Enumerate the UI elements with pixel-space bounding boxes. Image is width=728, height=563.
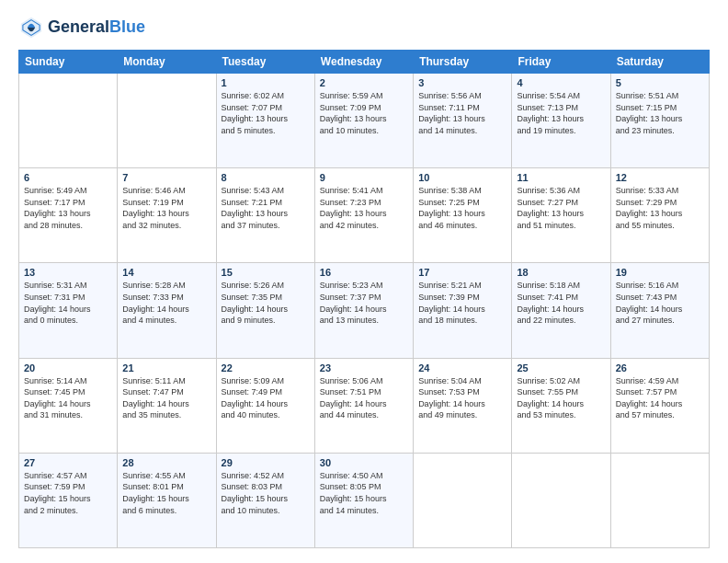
day-info: Sunrise: 5:23 AM Sunset: 7:37 PM Dayligh… bbox=[320, 280, 408, 326]
day-cell bbox=[118, 74, 216, 168]
day-info: Sunrise: 5:38 AM Sunset: 7:25 PM Dayligh… bbox=[418, 185, 506, 231]
week-row-3: 13Sunrise: 5:31 AM Sunset: 7:31 PM Dayli… bbox=[19, 263, 710, 358]
day-number: 30 bbox=[320, 457, 408, 468]
day-info: Sunrise: 5:18 AM Sunset: 7:41 PM Dayligh… bbox=[517, 280, 605, 326]
week-row-5: 27Sunrise: 4:57 AM Sunset: 7:59 PM Dayli… bbox=[19, 453, 710, 547]
day-number: 23 bbox=[320, 362, 408, 373]
day-cell: 27Sunrise: 4:57 AM Sunset: 7:59 PM Dayli… bbox=[19, 453, 118, 547]
day-info: Sunrise: 5:26 AM Sunset: 7:35 PM Dayligh… bbox=[222, 280, 310, 326]
week-row-2: 6Sunrise: 5:49 AM Sunset: 7:17 PM Daylig… bbox=[19, 168, 710, 263]
day-cell: 9Sunrise: 5:41 AM Sunset: 7:23 PM Daylig… bbox=[314, 168, 413, 263]
day-info: Sunrise: 4:57 AM Sunset: 7:59 PM Dayligh… bbox=[24, 470, 112, 516]
day-number: 12 bbox=[616, 172, 704, 183]
day-info: Sunrise: 5:31 AM Sunset: 7:31 PM Dayligh… bbox=[24, 280, 112, 326]
day-number: 5 bbox=[616, 77, 704, 88]
day-cell: 23Sunrise: 5:06 AM Sunset: 7:51 PM Dayli… bbox=[314, 358, 413, 453]
day-cell: 21Sunrise: 5:11 AM Sunset: 7:47 PM Dayli… bbox=[118, 358, 216, 453]
day-cell: 28Sunrise: 4:55 AM Sunset: 8:01 PM Dayli… bbox=[118, 453, 216, 547]
day-info: Sunrise: 5:54 AM Sunset: 7:13 PM Dayligh… bbox=[517, 90, 605, 136]
header: GeneralBlue bbox=[18, 15, 710, 40]
weekday-header-sunday: Sunday bbox=[19, 51, 118, 74]
weekday-header-friday: Friday bbox=[512, 51, 610, 74]
day-info: Sunrise: 5:46 AM Sunset: 7:19 PM Dayligh… bbox=[122, 185, 210, 231]
day-info: Sunrise: 5:02 AM Sunset: 7:55 PM Dayligh… bbox=[517, 375, 605, 421]
weekday-header-saturday: Saturday bbox=[610, 51, 709, 74]
day-number: 14 bbox=[122, 267, 210, 278]
day-info: Sunrise: 5:04 AM Sunset: 7:53 PM Dayligh… bbox=[418, 375, 506, 421]
day-cell: 25Sunrise: 5:02 AM Sunset: 7:55 PM Dayli… bbox=[512, 358, 610, 453]
day-number: 9 bbox=[320, 172, 408, 183]
day-info: Sunrise: 5:59 AM Sunset: 7:09 PM Dayligh… bbox=[320, 90, 408, 136]
weekday-header-wednesday: Wednesday bbox=[314, 51, 413, 74]
day-number: 2 bbox=[320, 77, 408, 88]
day-cell: 29Sunrise: 4:52 AM Sunset: 8:03 PM Dayli… bbox=[216, 453, 314, 547]
day-cell: 20Sunrise: 5:14 AM Sunset: 7:45 PM Dayli… bbox=[19, 358, 118, 453]
day-info: Sunrise: 5:36 AM Sunset: 7:27 PM Dayligh… bbox=[517, 185, 605, 231]
weekday-header-thursday: Thursday bbox=[414, 51, 512, 74]
weekday-header-tuesday: Tuesday bbox=[216, 51, 314, 74]
week-row-1: 1Sunrise: 6:02 AM Sunset: 7:07 PM Daylig… bbox=[19, 74, 710, 168]
day-info: Sunrise: 5:06 AM Sunset: 7:51 PM Dayligh… bbox=[320, 375, 408, 421]
day-number: 1 bbox=[222, 77, 310, 88]
day-number: 20 bbox=[24, 362, 112, 373]
day-info: Sunrise: 4:52 AM Sunset: 8:03 PM Dayligh… bbox=[222, 470, 310, 516]
day-number: 27 bbox=[24, 457, 112, 468]
day-number: 13 bbox=[24, 267, 112, 278]
day-info: Sunrise: 4:59 AM Sunset: 7:57 PM Dayligh… bbox=[616, 375, 704, 421]
day-info: Sunrise: 5:49 AM Sunset: 7:17 PM Dayligh… bbox=[24, 185, 112, 231]
day-number: 4 bbox=[517, 77, 605, 88]
day-cell: 10Sunrise: 5:38 AM Sunset: 7:25 PM Dayli… bbox=[414, 168, 512, 263]
day-cell: 8Sunrise: 5:43 AM Sunset: 7:21 PM Daylig… bbox=[216, 168, 314, 263]
day-info: Sunrise: 5:14 AM Sunset: 7:45 PM Dayligh… bbox=[24, 375, 112, 421]
day-info: Sunrise: 5:51 AM Sunset: 7:15 PM Dayligh… bbox=[616, 90, 704, 136]
day-number: 24 bbox=[418, 362, 506, 373]
day-cell: 22Sunrise: 5:09 AM Sunset: 7:49 PM Dayli… bbox=[216, 358, 314, 453]
day-cell: 17Sunrise: 5:21 AM Sunset: 7:39 PM Dayli… bbox=[414, 263, 512, 358]
page: GeneralBlue SundayMondayTuesdayWednesday… bbox=[0, 0, 728, 563]
day-cell: 4Sunrise: 5:54 AM Sunset: 7:13 PM Daylig… bbox=[512, 74, 610, 168]
day-info: Sunrise: 6:02 AM Sunset: 7:07 PM Dayligh… bbox=[222, 90, 310, 136]
day-cell: 13Sunrise: 5:31 AM Sunset: 7:31 PM Dayli… bbox=[19, 263, 118, 358]
day-info: Sunrise: 5:33 AM Sunset: 7:29 PM Dayligh… bbox=[616, 185, 704, 231]
day-cell: 7Sunrise: 5:46 AM Sunset: 7:19 PM Daylig… bbox=[118, 168, 216, 263]
day-cell: 18Sunrise: 5:18 AM Sunset: 7:41 PM Dayli… bbox=[512, 263, 610, 358]
day-cell: 5Sunrise: 5:51 AM Sunset: 7:15 PM Daylig… bbox=[610, 74, 709, 168]
day-info: Sunrise: 5:56 AM Sunset: 7:11 PM Dayligh… bbox=[418, 90, 506, 136]
weekday-header-monday: Monday bbox=[118, 51, 216, 74]
day-cell: 14Sunrise: 5:28 AM Sunset: 7:33 PM Dayli… bbox=[118, 263, 216, 358]
day-info: Sunrise: 5:09 AM Sunset: 7:49 PM Dayligh… bbox=[222, 375, 310, 421]
day-info: Sunrise: 5:41 AM Sunset: 7:23 PM Dayligh… bbox=[320, 185, 408, 231]
day-number: 25 bbox=[517, 362, 605, 373]
day-info: Sunrise: 5:16 AM Sunset: 7:43 PM Dayligh… bbox=[616, 280, 704, 326]
day-cell: 12Sunrise: 5:33 AM Sunset: 7:29 PM Dayli… bbox=[610, 168, 709, 263]
day-info: Sunrise: 5:11 AM Sunset: 7:47 PM Dayligh… bbox=[122, 375, 210, 421]
logo-icon bbox=[18, 15, 44, 40]
day-number: 3 bbox=[418, 77, 506, 88]
day-cell: 16Sunrise: 5:23 AM Sunset: 7:37 PM Dayli… bbox=[314, 263, 413, 358]
day-number: 8 bbox=[222, 172, 310, 183]
day-cell bbox=[414, 453, 512, 547]
logo: GeneralBlue bbox=[18, 15, 145, 40]
day-cell: 3Sunrise: 5:56 AM Sunset: 7:11 PM Daylig… bbox=[414, 74, 512, 168]
day-number: 19 bbox=[616, 267, 704, 278]
day-info: Sunrise: 5:28 AM Sunset: 7:33 PM Dayligh… bbox=[122, 280, 210, 326]
day-number: 11 bbox=[517, 172, 605, 183]
day-cell: 1Sunrise: 6:02 AM Sunset: 7:07 PM Daylig… bbox=[216, 74, 314, 168]
day-info: Sunrise: 5:21 AM Sunset: 7:39 PM Dayligh… bbox=[418, 280, 506, 326]
weekday-header-row: SundayMondayTuesdayWednesdayThursdayFrid… bbox=[19, 51, 710, 74]
day-info: Sunrise: 4:50 AM Sunset: 8:05 PM Dayligh… bbox=[320, 470, 408, 516]
logo-text: GeneralBlue bbox=[48, 18, 145, 37]
day-info: Sunrise: 4:55 AM Sunset: 8:01 PM Dayligh… bbox=[122, 470, 210, 516]
day-cell: 24Sunrise: 5:04 AM Sunset: 7:53 PM Dayli… bbox=[414, 358, 512, 453]
day-cell: 19Sunrise: 5:16 AM Sunset: 7:43 PM Dayli… bbox=[610, 263, 709, 358]
day-number: 16 bbox=[320, 267, 408, 278]
day-number: 26 bbox=[616, 362, 704, 373]
day-cell: 15Sunrise: 5:26 AM Sunset: 7:35 PM Dayli… bbox=[216, 263, 314, 358]
day-number: 22 bbox=[222, 362, 310, 373]
day-number: 17 bbox=[418, 267, 506, 278]
day-cell bbox=[512, 453, 610, 547]
day-number: 21 bbox=[122, 362, 210, 373]
day-number: 15 bbox=[222, 267, 310, 278]
day-info: Sunrise: 5:43 AM Sunset: 7:21 PM Dayligh… bbox=[222, 185, 310, 231]
day-number: 29 bbox=[222, 457, 310, 468]
